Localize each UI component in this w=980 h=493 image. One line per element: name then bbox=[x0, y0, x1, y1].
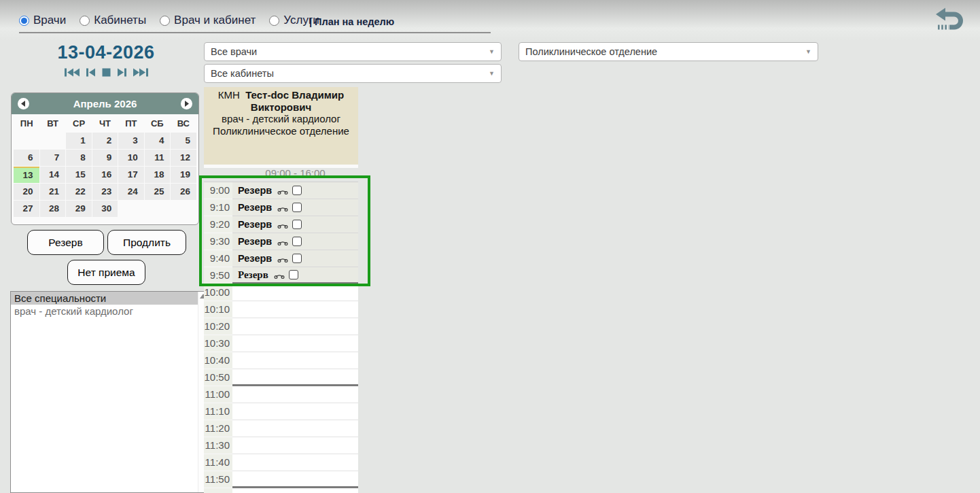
extend-button[interactable]: Продлить bbox=[107, 230, 186, 255]
slot-cell-10:10[interactable] bbox=[232, 301, 358, 318]
calendar-weekday-header: СР bbox=[66, 118, 92, 129]
radio-icon[interactable] bbox=[19, 16, 29, 26]
calendar-day-14[interactable]: 14 bbox=[40, 167, 66, 183]
calendar-day-26[interactable]: 26 bbox=[171, 184, 196, 200]
calendar-day-24[interactable]: 24 bbox=[118, 184, 144, 200]
slot-row-11:10: 11:10 bbox=[204, 403, 358, 420]
slot-cell-9:20[interactable]: Резерв bbox=[232, 216, 358, 233]
calendar-day-28[interactable]: 28 bbox=[40, 201, 66, 217]
slot-cell-10:50[interactable] bbox=[232, 369, 358, 386]
calendar-day-29[interactable]: 29 bbox=[66, 201, 92, 217]
calendar-day-3[interactable]: 3 bbox=[118, 133, 144, 149]
slot-cell-9:30[interactable]: Резерв bbox=[232, 233, 358, 250]
slot-checkbox[interactable] bbox=[292, 203, 302, 212]
mode-radio-1[interactable]: Кабинеты bbox=[80, 14, 146, 27]
calendar-next-month-button[interactable] bbox=[181, 98, 192, 109]
calendar-prev-month-button[interactable] bbox=[18, 98, 29, 109]
department-dropdown[interactable]: Поликлиническое отделение ▼ bbox=[519, 42, 818, 61]
slot-cell-10:40[interactable] bbox=[232, 352, 358, 369]
slot-cell-10:20[interactable] bbox=[232, 318, 358, 335]
calendar-day-23[interactable]: 23 bbox=[92, 184, 118, 200]
slot-cell-9:40[interactable]: Резерв bbox=[232, 250, 358, 267]
slot-row-9:50: 9:50Резерв bbox=[204, 267, 358, 284]
doctor-department: Поликлиническое отделение bbox=[204, 125, 358, 137]
slot-cell-9:10[interactable]: Резерв bbox=[232, 199, 358, 216]
calendar-day-12[interactable]: 12 bbox=[171, 150, 196, 166]
week-plan-link[interactable]: | План на неделю bbox=[309, 16, 394, 27]
calendar-cell-empty bbox=[145, 201, 171, 217]
slot-cell-10:00[interactable] bbox=[232, 284, 358, 301]
slot-row-10:50: 10:50 bbox=[204, 369, 358, 386]
slot-cell-12:00[interactable] bbox=[232, 488, 358, 493]
doctor-card[interactable]: КМН Тест-doc Владимир Викторович врач - … bbox=[204, 87, 358, 165]
calendar-day-5[interactable]: 5 bbox=[171, 133, 196, 149]
calendar-day-20[interactable]: 20 bbox=[14, 184, 39, 200]
calendar-day-18[interactable]: 18 bbox=[145, 167, 171, 183]
slot-checkbox[interactable] bbox=[292, 186, 302, 195]
next-day-icon[interactable] bbox=[118, 68, 126, 77]
slot-row-9:30: 9:30Резерв bbox=[204, 233, 358, 250]
slot-cell-11:20[interactable] bbox=[232, 420, 358, 437]
slot-status-label: Резерв bbox=[238, 185, 272, 196]
radio-icon[interactable] bbox=[269, 16, 279, 26]
no-reception-button[interactable]: Нет приема bbox=[67, 260, 145, 285]
calendar-day-4[interactable]: 4 bbox=[145, 133, 171, 149]
phone-icon bbox=[277, 186, 288, 195]
last-day-icon[interactable] bbox=[133, 68, 148, 77]
slot-cell-11:00[interactable] bbox=[232, 386, 358, 403]
current-date-title: 13-04-2026 bbox=[27, 42, 185, 63]
phone-icon bbox=[274, 270, 285, 279]
doctors-dropdown[interactable]: Все врачи ▼ bbox=[204, 42, 502, 61]
specialty-item-0[interactable]: Все специальности bbox=[11, 292, 207, 305]
prev-day-icon[interactable] bbox=[86, 68, 95, 77]
calendar-day-19[interactable]: 19 bbox=[171, 167, 196, 183]
slot-checkbox[interactable] bbox=[292, 220, 302, 229]
calendar-day-27[interactable]: 27 bbox=[14, 201, 39, 217]
calendar-day-10[interactable]: 10 bbox=[118, 150, 144, 166]
calendar-day-22[interactable]: 22 bbox=[66, 184, 92, 200]
return-button[interactable] bbox=[934, 5, 965, 35]
chevron-down-icon: ▼ bbox=[489, 48, 495, 55]
calendar-day-6[interactable]: 6 bbox=[14, 150, 39, 166]
calendar-day-1[interactable]: 1 bbox=[66, 133, 92, 149]
calendar-day-15[interactable]: 15 bbox=[66, 167, 92, 183]
specialty-item-1[interactable]: врач - детский кардиолог bbox=[11, 305, 207, 318]
calendar-day-8[interactable]: 8 bbox=[66, 150, 92, 166]
calendar-day-11[interactable]: 11 bbox=[145, 150, 171, 166]
radio-icon[interactable] bbox=[160, 16, 170, 26]
slot-checkbox[interactable] bbox=[292, 254, 302, 263]
calendar-header: Апрель 2026 bbox=[12, 93, 198, 114]
slot-cell-11:50[interactable] bbox=[232, 471, 358, 488]
phone-icon bbox=[274, 270, 285, 279]
calendar-day-25[interactable]: 25 bbox=[145, 184, 171, 200]
slot-checkbox[interactable] bbox=[289, 270, 298, 279]
radio-icon[interactable] bbox=[80, 16, 90, 26]
slot-cell-11:30[interactable] bbox=[232, 437, 358, 454]
slot-cell-9:00[interactable]: Резерв bbox=[232, 182, 358, 199]
calendar-day-2[interactable]: 2 bbox=[92, 133, 118, 149]
doctors-dropdown-value: Все врачи bbox=[211, 46, 257, 57]
mode-radio-0[interactable]: Врачи bbox=[19, 14, 66, 27]
slot-checkbox[interactable] bbox=[292, 237, 302, 246]
cabinets-dropdown[interactable]: Все кабинеты ▼ bbox=[204, 64, 502, 83]
calendar-day-7[interactable]: 7 bbox=[40, 150, 66, 166]
calendar-day-16[interactable]: 16 bbox=[92, 167, 118, 183]
doctor-specialty: врач - детский кардиолог bbox=[204, 113, 358, 125]
slot-cell-10:30[interactable] bbox=[232, 335, 358, 352]
cabinets-dropdown-value: Все кабинеты bbox=[211, 68, 274, 79]
first-day-icon[interactable] bbox=[65, 68, 80, 77]
calendar-day-13[interactable]: 13 bbox=[14, 167, 39, 183]
reserve-button[interactable]: Резерв bbox=[27, 230, 104, 255]
slot-cell-11:40[interactable] bbox=[232, 454, 358, 471]
calendar-day-21[interactable]: 21 bbox=[40, 184, 66, 200]
slot-cell-11:10[interactable] bbox=[232, 403, 358, 420]
slot-row-9:10: 9:10Резерв bbox=[204, 199, 358, 216]
today-icon[interactable] bbox=[102, 68, 111, 77]
calendar-cell-empty bbox=[40, 133, 66, 149]
slot-cell-9:50[interactable]: Резерв bbox=[232, 267, 358, 284]
calendar-day-30[interactable]: 30 bbox=[92, 201, 118, 217]
phone-icon bbox=[277, 254, 288, 263]
mode-radio-2[interactable]: Врач и кабинет bbox=[160, 14, 256, 27]
calendar-day-9[interactable]: 9 bbox=[92, 150, 118, 166]
calendar-day-17[interactable]: 17 bbox=[118, 167, 144, 183]
